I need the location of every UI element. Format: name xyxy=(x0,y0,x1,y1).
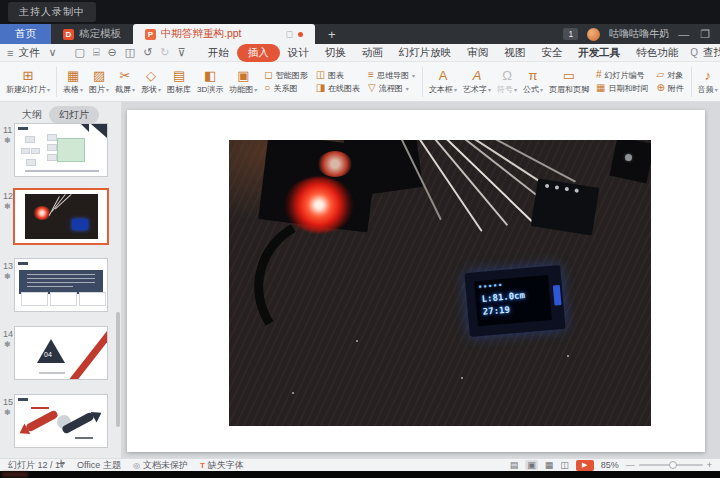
menu-slideshow[interactable]: 幻灯片放映 xyxy=(391,45,460,61)
menu-animation[interactable]: 动画 xyxy=(354,45,391,61)
panel-scrollbar[interactable] xyxy=(116,312,120,427)
screenshot-button[interactable]: ✂ 截屏 xyxy=(112,68,138,95)
new-tab-button[interactable]: + xyxy=(315,24,349,44)
chart-button[interactable]: ◫ 图表 xyxy=(316,70,360,81)
panel-tabs: 大纲 幻灯片 xyxy=(0,105,121,125)
search-icon[interactable]: Q xyxy=(690,47,698,58)
minimize-button[interactable]: — xyxy=(678,28,691,40)
notification-badge[interactable]: 1 xyxy=(563,28,578,40)
new-slide-button[interactable]: ⊞ 新建幻灯片 xyxy=(3,68,53,95)
template-store-icon: D xyxy=(63,29,74,40)
zoom-knob[interactable] xyxy=(669,461,677,469)
icon-library-button[interactable]: ▤ 图标库 xyxy=(164,68,194,95)
menu-review[interactable]: 审阅 xyxy=(459,45,496,61)
tab-home[interactable]: 首页 xyxy=(0,24,51,44)
add-slide-button[interactable]: + xyxy=(0,455,122,471)
symbol-button[interactable]: Ω 符号 xyxy=(494,68,520,95)
tab-active-document[interactable]: P 中期答辩重构.ppt ◻ xyxy=(133,24,315,44)
slide-thumbnail-15[interactable] xyxy=(14,394,108,448)
save-icon[interactable]: ▢ xyxy=(70,46,88,59)
normal-view-icon[interactable]: ▣ xyxy=(525,460,538,470)
object-button[interactable]: ▱ 对象 xyxy=(656,70,683,81)
current-slide[interactable]: ▪▪▪▪▪ L:81.0cm 27:19 xyxy=(127,110,705,452)
menu-features[interactable]: 特色功能 xyxy=(628,45,686,61)
3d-demo-button[interactable]: ◧ 3D演示 xyxy=(194,68,226,95)
function-diagram-button[interactable]: ▣ 功能图 xyxy=(226,68,260,95)
tab-slides-active[interactable]: 幻灯片 xyxy=(49,106,99,124)
tab-outline[interactable]: 大纲 xyxy=(22,108,42,122)
wordart-button[interactable]: A 艺术字 xyxy=(460,68,494,95)
zoom-track[interactable] xyxy=(639,464,703,466)
preview-icon[interactable]: ◫ xyxy=(121,46,139,59)
header-footer-button[interactable]: ▭ 页眉和页脚 xyxy=(546,68,592,95)
zoom-slider: — + xyxy=(626,460,712,470)
zoom-out-button[interactable]: — xyxy=(626,460,635,470)
wordart-icon: A xyxy=(473,68,482,83)
transition-star-icon: ✱ xyxy=(4,202,11,211)
audio-button[interactable]: ♪ 音频 xyxy=(695,68,720,95)
tab-template-store[interactable]: D 稿定模板 xyxy=(51,24,133,44)
protection-status[interactable]: ◎ 文档未保护 xyxy=(133,459,188,472)
user-avatar[interactable] xyxy=(587,28,600,41)
menu-security[interactable]: 安全 xyxy=(533,45,570,61)
slideshow-play-button[interactable]: ▶ xyxy=(576,460,594,471)
menu-insert-active[interactable]: 插入 xyxy=(237,44,280,62)
redo-icon[interactable]: ↻ xyxy=(156,46,173,59)
notes-view-icon[interactable]: ▤ xyxy=(510,460,519,470)
mindmap-button[interactable]: ≡ 思维导图 xyxy=(368,70,415,81)
slide-thumbnail-11[interactable] xyxy=(14,123,108,177)
export-icon[interactable]: ⊖ xyxy=(104,46,121,59)
smart-graphic-button[interactable]: ◻ 智能图形 xyxy=(264,70,307,81)
slide-thumbnail-14[interactable]: 04 xyxy=(14,326,108,380)
textbox-button[interactable]: A 文本框 xyxy=(426,68,460,95)
formula-icon: π xyxy=(529,68,538,83)
menu-devtools[interactable]: 开发工具 xyxy=(570,45,628,61)
electronics-photo[interactable]: ▪▪▪▪▪ L:81.0cm 27:19 xyxy=(229,140,651,426)
slide-number: 15 xyxy=(3,397,13,407)
divider xyxy=(691,67,692,97)
mindmap-stack: ≡ 思维导图 ▽ 流程图 xyxy=(364,70,419,94)
relation-diagram-button[interactable]: ○ 关系图 xyxy=(264,83,307,94)
more-commands-icon[interactable]: ⊽ xyxy=(174,46,190,59)
symbol-icon: Ω xyxy=(502,68,512,83)
menu-design[interactable]: 设计 xyxy=(280,45,317,61)
highlight-box xyxy=(57,138,85,162)
comment-bubble-icon[interactable]: ◻ xyxy=(286,29,293,39)
print-icon[interactable]: ⌸ xyxy=(89,46,104,59)
reading-view-icon[interactable]: ◫ xyxy=(560,460,569,470)
online-chart-button[interactable]: ◨ 在线图表 xyxy=(316,83,360,94)
attachment-button[interactable]: ⊕ 附件 xyxy=(656,83,683,94)
formula-button[interactable]: π 公式 xyxy=(520,68,546,95)
slide-number: 12 xyxy=(3,191,13,201)
overlay-text-smudge xyxy=(2,472,28,477)
username[interactable]: 咕噜咕噜牛奶 xyxy=(609,27,669,41)
recording-status-badge: 主持人录制中 xyxy=(8,2,96,22)
thumb-logo xyxy=(18,127,28,130)
shapes-button[interactable]: ◇ 形状 xyxy=(138,68,164,95)
3d-demo-icon: ◧ xyxy=(204,68,216,83)
picture-button[interactable]: ▨ 图片 xyxy=(86,68,112,95)
sorter-view-icon[interactable]: ▦ xyxy=(545,460,554,470)
file-caret-icon[interactable]: ∨ xyxy=(44,46,60,59)
zoom-in-button[interactable]: + xyxy=(707,460,712,470)
table-button[interactable]: ▦ 表格 xyxy=(60,68,86,95)
menu-file[interactable]: 文件 xyxy=(13,46,44,60)
flowchart-button[interactable]: ▽ 流程图 xyxy=(368,83,415,94)
slide-number-button[interactable]: # 幻灯片编号 xyxy=(596,70,648,81)
restore-button[interactable]: ❐ xyxy=(700,28,712,41)
audio-icon: ♪ xyxy=(705,68,712,83)
slide-thumbnail-12-selected[interactable] xyxy=(13,188,109,245)
menu-start[interactable]: 开始 xyxy=(200,45,237,61)
datetime-button[interactable]: ▦ 日期和时间 xyxy=(596,83,648,94)
missing-font-warning[interactable]: T 缺失字体 xyxy=(200,459,244,472)
menu-view[interactable]: 视图 xyxy=(496,45,533,61)
menu-transition[interactable]: 切换 xyxy=(317,45,354,61)
object-stack: ▱ 对象 ⊕ 附件 xyxy=(652,70,687,94)
smart-graphic-icon: ◻ xyxy=(264,70,272,80)
zoom-level[interactable]: 85% xyxy=(601,460,619,470)
oled-screen: ▪▪▪▪▪ L:81.0cm 27:19 xyxy=(475,275,553,326)
undo-icon[interactable]: ↺ xyxy=(139,46,156,59)
slide-thumbnail-13[interactable] xyxy=(14,258,108,312)
find-label[interactable]: 查找 xyxy=(703,46,720,60)
document-tabbar: 首页 D 稿定模板 P 中期答辩重构.ppt ◻ + 1 咕噜咕噜牛奶 — ❐ xyxy=(0,24,720,44)
